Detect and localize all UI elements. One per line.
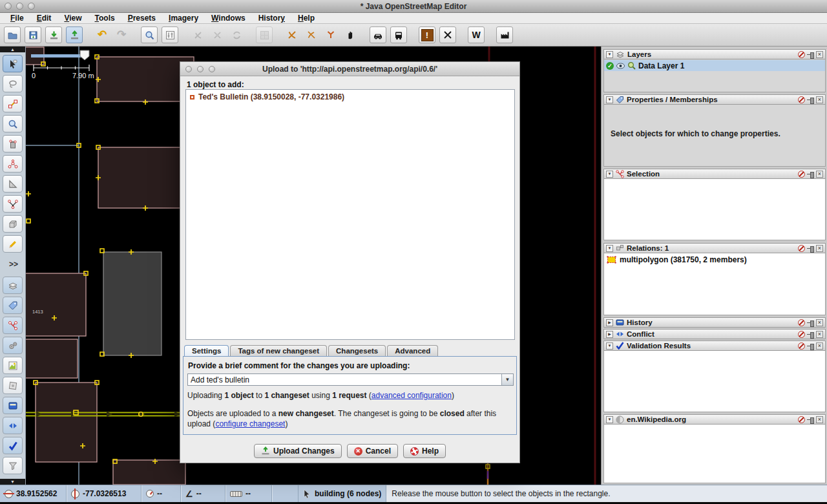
collapse-icon[interactable] [606, 331, 613, 338]
more-tools-button[interactable]: >> [4, 260, 23, 269]
tab-changesets[interactable]: Changesets [328, 345, 386, 356]
map-selected-building[interactable] [103, 252, 162, 355]
layer-row[interactable]: ✓ Data Layer 1 [604, 60, 825, 71]
merge-nodes-tool-button[interactable] [3, 195, 23, 213]
menu-history[interactable]: History [252, 13, 291, 23]
changeset-comment-combo[interactable] [187, 373, 514, 386]
menu-windows[interactable]: Windows [205, 13, 252, 23]
collapse-icon[interactable] [606, 342, 613, 350]
no-sticky-icon[interactable] [798, 342, 805, 350]
close-icon[interactable] [816, 319, 823, 326]
angle-tool-button[interactable] [3, 175, 23, 193]
no-sticky-icon[interactable] [798, 416, 805, 423]
delete-tool-button[interactable] [3, 135, 23, 152]
upload-object-list[interactable]: Ted's Bulletin (38.9150028, -77.0321986) [185, 89, 515, 340]
crossing-ways-tool-button[interactable] [284, 26, 300, 43]
works-preset-button[interactable] [496, 26, 513, 43]
toggle-history-panel-button[interactable] [3, 397, 23, 414]
pin-icon[interactable] [807, 416, 814, 423]
split-way-tool-button[interactable] [3, 155, 23, 173]
upload-data-button[interactable] [66, 26, 83, 43]
collapse-icon[interactable] [606, 96, 613, 103]
collapse-icon[interactable] [606, 171, 613, 178]
pin-icon[interactable] [807, 331, 814, 338]
pan-tool-button[interactable] [342, 26, 358, 43]
no-sticky-icon[interactable] [798, 245, 805, 252]
collapse-icon[interactable] [606, 319, 613, 326]
toolbar-scroll-down[interactable]: ▼ [0, 479, 25, 485]
tab-advanced[interactable]: Advanced [387, 345, 438, 356]
toggle-selection-panel-button[interactable] [3, 317, 23, 334]
tab-settings[interactable]: Settings [184, 345, 229, 357]
no-sticky-icon[interactable] [798, 171, 805, 178]
zoom-to-selection-button[interactable] [141, 26, 158, 43]
way-join-tool-button[interactable] [304, 26, 319, 43]
tab-tags-of-new-changeset[interactable]: Tags of new changeset [230, 345, 327, 356]
bus-preset-button[interactable] [390, 26, 407, 43]
combo-dropdown-icon[interactable] [501, 374, 513, 385]
layer-visible-icon[interactable] [616, 63, 625, 69]
zoom-slider-track[interactable] [31, 54, 85, 58]
menu-edit[interactable]: Edit [30, 13, 58, 23]
draw-node-tool-button[interactable] [3, 95, 23, 112]
close-icon[interactable] [816, 96, 823, 103]
close-icon[interactable] [816, 51, 823, 58]
no-sticky-icon[interactable] [798, 96, 805, 103]
toggle-relations-panel-button[interactable] [3, 337, 23, 354]
layer-name[interactable]: Data Layer 1 [638, 61, 684, 70]
help-button[interactable]: Help [403, 444, 446, 458]
toggle-mappaint-panel-button[interactable] [3, 357, 23, 374]
toggle-imagery-panel-button[interactable] [3, 377, 23, 394]
pin-icon[interactable] [807, 96, 814, 103]
menu-help[interactable]: Help [291, 13, 321, 23]
toolbar-scroll-up[interactable]: ▲ [0, 47, 25, 52]
wikipedia-panel-body[interactable] [603, 425, 826, 483]
pin-icon[interactable] [807, 171, 814, 178]
toggle-conflict-panel-button[interactable] [3, 417, 23, 434]
menu-file[interactable]: File [4, 13, 30, 23]
angle-snap-tool-button[interactable] [323, 26, 339, 43]
close-icon[interactable] [816, 331, 823, 338]
annotate-tool-button[interactable] [3, 235, 23, 253]
toggle-layers-panel-button[interactable] [3, 277, 23, 294]
car-preset-button[interactable] [370, 26, 386, 43]
collapse-icon[interactable] [606, 416, 613, 423]
menu-tools[interactable]: Tools [89, 13, 121, 23]
layer-active-icon[interactable]: ✓ [606, 62, 614, 70]
menu-imagery[interactable]: Imagery [162, 13, 205, 23]
redo-button[interactable]: ↷ [114, 26, 129, 43]
save-button[interactable] [25, 26, 41, 43]
collapse-icon[interactable] [606, 245, 613, 252]
lasso-tool-button[interactable] [3, 75, 23, 92]
wikipedia-button[interactable]: W [468, 26, 485, 43]
undo-button[interactable]: ↶ [94, 26, 110, 43]
cancel-button[interactable]: Cancel [347, 444, 398, 458]
changeset-comment-input[interactable] [188, 374, 501, 385]
pin-icon[interactable] [807, 51, 814, 58]
no-sticky-icon[interactable] [798, 319, 805, 326]
close-icon[interactable] [816, 171, 823, 178]
no-sticky-icon[interactable] [798, 331, 805, 338]
preferences-button[interactable] [162, 26, 178, 43]
select-tool-button[interactable] [3, 55, 23, 72]
advanced-configuration-link[interactable]: advanced configuration [372, 391, 452, 400]
pin-icon[interactable] [807, 342, 814, 350]
menu-presets[interactable]: Presets [121, 13, 162, 23]
pin-icon[interactable] [807, 319, 814, 326]
relation-item[interactable]: multipolygon (381750, 2 members) [604, 253, 825, 266]
crossing-preset-button[interactable] [439, 26, 456, 43]
configure-changeset-link[interactable]: configure changeset [215, 419, 285, 428]
no-sticky-icon[interactable] [798, 51, 805, 58]
hazard-preset-button[interactable]: ! [419, 26, 435, 43]
toggle-validation-panel-button[interactable] [3, 437, 23, 454]
upload-object-item[interactable]: Ted's Bulletin (38.9150028, -77.0321986) [186, 90, 514, 104]
validation-panel-body[interactable] [603, 351, 826, 412]
download-data-button[interactable] [45, 26, 62, 43]
close-icon[interactable] [816, 245, 823, 252]
toggle-properties-panel-button[interactable] [3, 297, 23, 314]
collapse-icon[interactable] [606, 51, 613, 58]
pin-icon[interactable] [807, 245, 814, 252]
upload-changes-button[interactable]: Upload Changes [254, 444, 342, 458]
menu-view[interactable]: View [58, 13, 88, 23]
toggle-filter-panel-button[interactable] [3, 457, 23, 474]
